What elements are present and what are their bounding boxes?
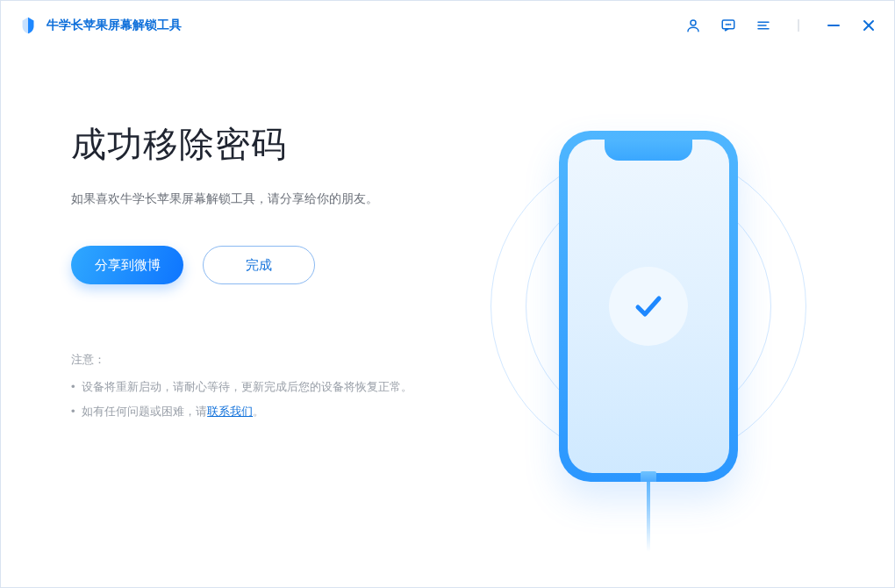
titlebar: 牛学长苹果屏幕解锁工具 <box>1 1 894 50</box>
share-button-label: 分享到微博 <box>95 257 161 274</box>
contact-link[interactable]: 联系我们 <box>207 405 253 418</box>
separator <box>789 16 808 35</box>
svg-point-3 <box>728 25 729 25</box>
account-icon[interactable] <box>684 16 703 35</box>
close-button[interactable] <box>859 16 878 35</box>
checkmark-icon <box>609 267 688 346</box>
svg-point-0 <box>691 20 696 25</box>
minimize-button[interactable] <box>824 16 843 35</box>
phone-illustration <box>490 96 806 517</box>
feedback-icon[interactable] <box>719 16 738 35</box>
app-title: 牛学长苹果屏幕解锁工具 <box>47 18 182 33</box>
phone-graphic <box>559 131 738 482</box>
svg-point-4 <box>730 25 731 25</box>
menu-icon[interactable] <box>754 16 773 35</box>
app-logo-icon <box>18 16 38 35</box>
share-button[interactable]: 分享到微博 <box>71 246 183 284</box>
done-button[interactable]: 完成 <box>203 246 315 284</box>
svg-point-2 <box>726 25 727 25</box>
cable-graphic <box>641 471 656 552</box>
main-content: 成功移除密码 如果喜欢牛学长苹果屏幕解锁工具，请分享给你的朋友。 分享到微博 完… <box>1 50 894 423</box>
done-button-label: 完成 <box>246 257 272 274</box>
